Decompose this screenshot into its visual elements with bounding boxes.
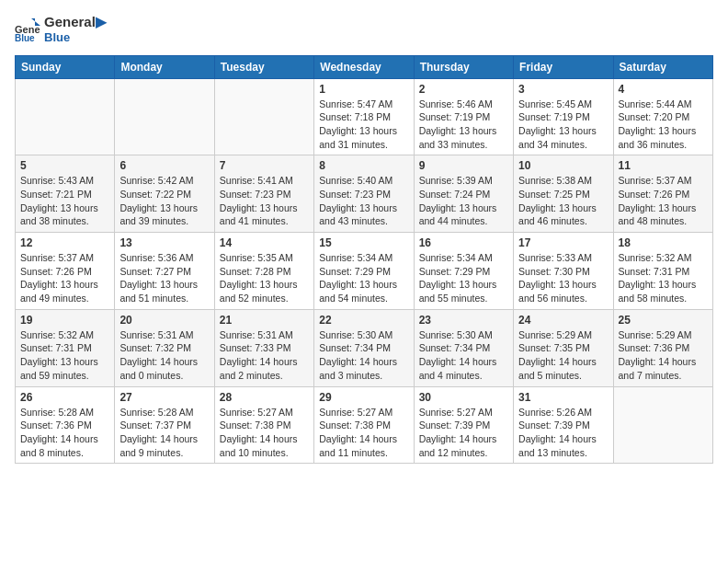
day-number: 16: [419, 236, 508, 249]
day-number: 12: [20, 236, 109, 249]
day-number: 8: [319, 159, 408, 172]
day-number: 11: [619, 159, 708, 172]
calendar-cell: 17Sunrise: 5:33 AMSunset: 7:30 PMDayligh…: [514, 233, 613, 310]
weekday-header-wednesday: Wednesday: [314, 55, 414, 78]
day-number: 10: [518, 159, 608, 172]
calendar-week-row: 19Sunrise: 5:32 AMSunset: 7:31 PMDayligh…: [16, 309, 713, 386]
day-number: 15: [319, 236, 408, 249]
calendar-cell: 6Sunrise: 5:42 AMSunset: 7:22 PMDaylight…: [115, 155, 214, 233]
day-info: Sunrise: 5:38 AMSunset: 7:25 PMDaylight:…: [518, 174, 608, 228]
calendar-cell: 25Sunrise: 5:29 AMSunset: 7:36 PMDayligh…: [613, 309, 712, 386]
day-info: Sunrise: 5:37 AMSunset: 7:26 PMDaylight:…: [619, 174, 708, 228]
day-info: Sunrise: 5:33 AMSunset: 7:30 PMDaylight:…: [518, 251, 608, 305]
day-info: Sunrise: 5:43 AMSunset: 7:21 PMDaylight:…: [20, 174, 109, 228]
calendar-cell: 20Sunrise: 5:31 AMSunset: 7:32 PMDayligh…: [115, 309, 214, 386]
calendar-cell: 10Sunrise: 5:38 AMSunset: 7:25 PMDayligh…: [514, 155, 613, 233]
day-number: 18: [619, 236, 708, 249]
logo-text: General▶ Blue: [44, 15, 107, 44]
day-number: 20: [119, 314, 209, 327]
day-number: 3: [518, 83, 608, 96]
logo-icon: General Blue: [15, 17, 40, 42]
calendar-cell: 22Sunrise: 5:30 AMSunset: 7:34 PMDayligh…: [314, 309, 414, 386]
day-info: Sunrise: 5:45 AMSunset: 7:19 PMDaylight:…: [518, 98, 608, 152]
day-info: Sunrise: 5:27 AMSunset: 7:38 PMDaylight:…: [319, 406, 408, 460]
day-number: 29: [319, 391, 408, 404]
calendar-cell: 11Sunrise: 5:37 AMSunset: 7:26 PMDayligh…: [613, 155, 712, 233]
day-number: 17: [518, 236, 608, 249]
calendar-cell: 18Sunrise: 5:32 AMSunset: 7:31 PMDayligh…: [613, 233, 712, 310]
day-info: Sunrise: 5:29 AMSunset: 7:36 PMDaylight:…: [619, 328, 708, 383]
calendar-cell: 29Sunrise: 5:27 AMSunset: 7:38 PMDayligh…: [314, 386, 414, 464]
weekday-header-sunday: Sunday: [16, 55, 115, 78]
calendar-cell: 13Sunrise: 5:36 AMSunset: 7:27 PMDayligh…: [115, 233, 214, 310]
calendar-week-row: 26Sunrise: 5:28 AMSunset: 7:36 PMDayligh…: [16, 386, 713, 464]
day-info: Sunrise: 5:36 AMSunset: 7:27 PMDaylight:…: [119, 251, 209, 305]
day-number: 22: [319, 314, 408, 327]
calendar-week-row: 12Sunrise: 5:37 AMSunset: 7:26 PMDayligh…: [16, 233, 713, 310]
calendar-cell: 19Sunrise: 5:32 AMSunset: 7:31 PMDayligh…: [16, 309, 115, 386]
day-info: Sunrise: 5:30 AMSunset: 7:34 PMDaylight:…: [319, 328, 408, 383]
day-number: 23: [419, 314, 508, 327]
day-info: Sunrise: 5:40 AMSunset: 7:23 PMDaylight:…: [319, 174, 408, 228]
day-info: Sunrise: 5:41 AMSunset: 7:23 PMDaylight:…: [220, 174, 309, 228]
calendar-table: SundayMondayTuesdayWednesdayThursdayFrid…: [15, 55, 713, 465]
day-number: 14: [220, 236, 309, 249]
weekday-header-tuesday: Tuesday: [214, 55, 313, 78]
day-number: 31: [518, 391, 608, 404]
calendar-cell: 14Sunrise: 5:35 AMSunset: 7:28 PMDayligh…: [214, 233, 313, 310]
calendar-cell: 23Sunrise: 5:30 AMSunset: 7:34 PMDayligh…: [414, 309, 513, 386]
day-info: Sunrise: 5:29 AMSunset: 7:35 PMDaylight:…: [518, 328, 608, 383]
calendar-cell: 31Sunrise: 5:26 AMSunset: 7:39 PMDayligh…: [514, 386, 613, 464]
weekday-header-monday: Monday: [115, 55, 214, 78]
svg-text:Blue: Blue: [15, 33, 35, 42]
day-info: Sunrise: 5:32 AMSunset: 7:31 PMDaylight:…: [20, 328, 109, 383]
weekday-header-row: SundayMondayTuesdayWednesdayThursdayFrid…: [16, 55, 713, 78]
calendar-cell: 4Sunrise: 5:44 AMSunset: 7:20 PMDaylight…: [613, 78, 712, 155]
calendar-cell: [613, 386, 712, 464]
calendar-cell: 16Sunrise: 5:34 AMSunset: 7:29 PMDayligh…: [414, 233, 513, 310]
day-number: 1: [319, 83, 408, 96]
day-info: Sunrise: 5:35 AMSunset: 7:28 PMDaylight:…: [220, 251, 309, 305]
day-info: Sunrise: 5:31 AMSunset: 7:32 PMDaylight:…: [119, 328, 209, 383]
day-info: Sunrise: 5:31 AMSunset: 7:33 PMDaylight:…: [220, 328, 309, 383]
day-info: Sunrise: 5:32 AMSunset: 7:31 PMDaylight:…: [619, 251, 708, 305]
day-number: 25: [619, 314, 708, 327]
page-header: General Blue General▶ Blue: [15, 15, 713, 44]
logo: General Blue General▶ Blue: [15, 15, 107, 44]
calendar-week-row: 1Sunrise: 5:47 AMSunset: 7:18 PMDaylight…: [16, 78, 713, 155]
calendar-cell: 28Sunrise: 5:27 AMSunset: 7:38 PMDayligh…: [214, 386, 313, 464]
day-number: 24: [518, 314, 608, 327]
calendar-cell: [16, 78, 115, 155]
day-number: 21: [220, 314, 309, 327]
calendar-cell: 5Sunrise: 5:43 AMSunset: 7:21 PMDaylight…: [16, 155, 115, 233]
day-info: Sunrise: 5:37 AMSunset: 7:26 PMDaylight:…: [20, 251, 109, 305]
day-number: 7: [220, 159, 309, 172]
calendar-cell: 7Sunrise: 5:41 AMSunset: 7:23 PMDaylight…: [214, 155, 313, 233]
calendar-cell: [115, 78, 214, 155]
day-number: 19: [20, 314, 109, 327]
day-number: 13: [119, 236, 209, 249]
weekday-header-thursday: Thursday: [414, 55, 513, 78]
calendar-cell: 3Sunrise: 5:45 AMSunset: 7:19 PMDaylight…: [514, 78, 613, 155]
day-number: 26: [20, 391, 109, 404]
day-number: 6: [119, 159, 209, 172]
calendar-cell: 12Sunrise: 5:37 AMSunset: 7:26 PMDayligh…: [16, 233, 115, 310]
calendar-cell: [214, 78, 313, 155]
calendar-cell: 26Sunrise: 5:28 AMSunset: 7:36 PMDayligh…: [16, 386, 115, 464]
weekday-header-saturday: Saturday: [613, 55, 712, 78]
day-info: Sunrise: 5:30 AMSunset: 7:34 PMDaylight:…: [419, 328, 508, 383]
day-info: Sunrise: 5:46 AMSunset: 7:19 PMDaylight:…: [419, 98, 508, 152]
day-info: Sunrise: 5:26 AMSunset: 7:39 PMDaylight:…: [518, 406, 608, 460]
day-info: Sunrise: 5:44 AMSunset: 7:20 PMDaylight:…: [619, 98, 708, 152]
day-info: Sunrise: 5:34 AMSunset: 7:29 PMDaylight:…: [419, 251, 508, 305]
day-info: Sunrise: 5:27 AMSunset: 7:38 PMDaylight:…: [220, 406, 309, 460]
calendar-cell: 15Sunrise: 5:34 AMSunset: 7:29 PMDayligh…: [314, 233, 414, 310]
day-number: 28: [220, 391, 309, 404]
day-number: 9: [419, 159, 508, 172]
day-info: Sunrise: 5:39 AMSunset: 7:24 PMDaylight:…: [419, 174, 508, 228]
calendar-cell: 21Sunrise: 5:31 AMSunset: 7:33 PMDayligh…: [214, 309, 313, 386]
day-number: 5: [20, 159, 109, 172]
calendar-cell: 24Sunrise: 5:29 AMSunset: 7:35 PMDayligh…: [514, 309, 613, 386]
calendar-cell: 9Sunrise: 5:39 AMSunset: 7:24 PMDaylight…: [414, 155, 513, 233]
calendar-cell: 27Sunrise: 5:28 AMSunset: 7:37 PMDayligh…: [115, 386, 214, 464]
